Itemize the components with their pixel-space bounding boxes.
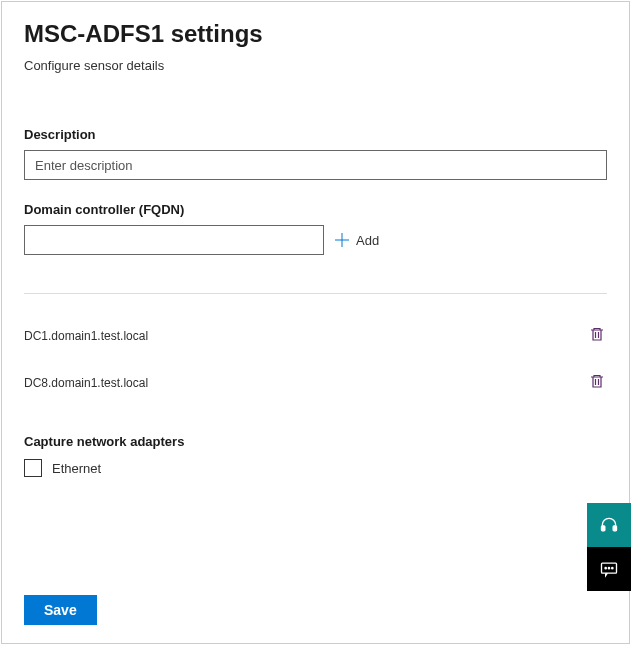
fqdn-label: Domain controller (FQDN) (24, 202, 607, 217)
plus-icon (334, 232, 350, 248)
feedback-icon (599, 559, 619, 579)
adapters-label: Capture network adapters (24, 434, 607, 449)
svg-rect-3 (613, 526, 616, 531)
add-button-label: Add (356, 233, 379, 248)
adapters-section: Capture network adapters Ethernet (24, 434, 607, 477)
list-item: DC8.domain1.test.local (24, 359, 607, 406)
page-title: MSC-ADFS1 settings (24, 20, 607, 48)
divider (24, 293, 607, 294)
svg-rect-2 (602, 526, 605, 531)
svg-point-7 (612, 568, 613, 569)
ethernet-label: Ethernet (52, 461, 101, 476)
adapter-option: Ethernet (24, 459, 607, 477)
dc-list: DC1.domain1.test.local DC8.domain1.test.… (24, 312, 607, 406)
fqdn-section: Domain controller (FQDN) Add (24, 202, 607, 255)
trash-icon (589, 373, 605, 389)
support-button[interactable] (587, 503, 631, 547)
dc-name: DC1.domain1.test.local (24, 329, 148, 343)
delete-button[interactable] (587, 371, 607, 394)
dc-name: DC8.domain1.test.local (24, 376, 148, 390)
ethernet-checkbox[interactable] (24, 459, 42, 477)
page-subtitle: Configure sensor details (24, 58, 607, 73)
settings-panel: MSC-ADFS1 settings Configure sensor deta… (1, 1, 630, 644)
trash-icon (589, 326, 605, 342)
description-input[interactable] (24, 150, 607, 180)
feedback-button[interactable] (587, 547, 631, 591)
save-button[interactable]: Save (24, 595, 97, 625)
add-button[interactable]: Add (334, 232, 379, 248)
delete-button[interactable] (587, 324, 607, 347)
floating-actions (587, 503, 631, 591)
fqdn-input[interactable] (24, 225, 324, 255)
headset-icon (599, 515, 619, 535)
description-section: Description (24, 127, 607, 180)
list-item: DC1.domain1.test.local (24, 312, 607, 359)
svg-point-5 (605, 568, 606, 569)
description-label: Description (24, 127, 607, 142)
svg-point-6 (608, 568, 609, 569)
